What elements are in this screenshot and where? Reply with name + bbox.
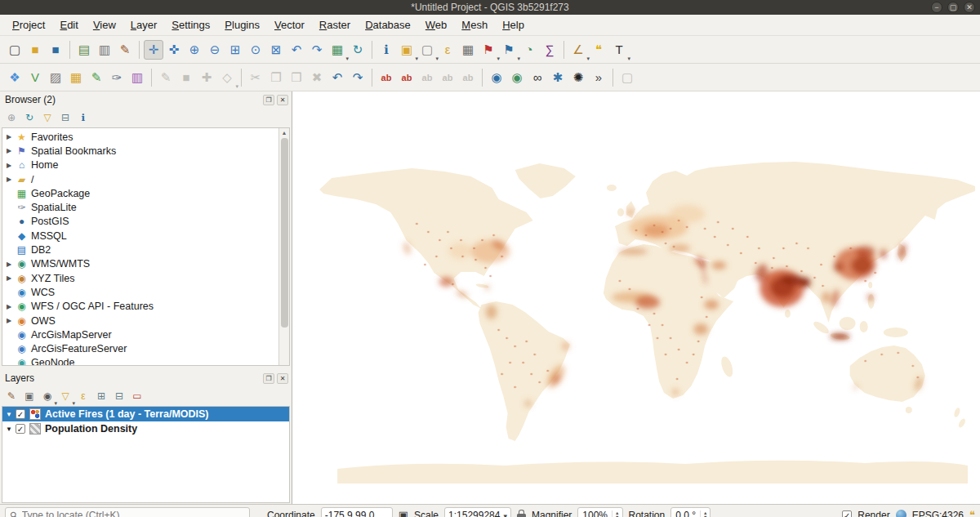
processing-toolbox-button[interactable]: ▢ bbox=[617, 68, 637, 87]
menu-layer[interactable]: Layer bbox=[123, 16, 165, 34]
metasearch-globe-button[interactable]: ◉ bbox=[487, 68, 506, 87]
rotation-spinbox[interactable]: 0.0 ° bbox=[670, 507, 710, 517]
scroll-up-icon[interactable]: ▲ bbox=[282, 128, 287, 137]
layer-diagram-button[interactable]: ab bbox=[397, 68, 416, 87]
manage-map-themes-button[interactable]: ◉▾ bbox=[39, 388, 56, 404]
add-group-button[interactable]: ▣ bbox=[21, 388, 38, 404]
filter-browser-button[interactable]: ▽ bbox=[39, 109, 56, 126]
add-vector-layer-button[interactable]: V bbox=[25, 68, 45, 87]
show-bookmarks-button[interactable]: ⚑▾ bbox=[499, 40, 519, 60]
expand-all-button[interactable]: ⊞ bbox=[93, 388, 109, 404]
select-by-expression-button[interactable]: ε bbox=[438, 40, 457, 60]
identify-features-button[interactable]: ℹ bbox=[376, 40, 396, 60]
pan-map-button[interactable]: ✛ bbox=[144, 40, 163, 60]
messages-icon[interactable] bbox=[969, 509, 975, 517]
expand-arrow-icon[interactable]: ▶ bbox=[2, 162, 16, 169]
layers-close-icon[interactable] bbox=[277, 373, 288, 384]
expand-arrow-icon[interactable]: ▶ bbox=[2, 261, 16, 268]
browser-scrollbar[interactable]: ▲ bbox=[278, 128, 289, 365]
collapse-all-button[interactable]: ⊟ bbox=[57, 109, 74, 126]
zoom-next-button[interactable]: ↷ bbox=[307, 40, 327, 60]
collapse-arrow-icon[interactable]: ▼ bbox=[2, 411, 16, 418]
layer-visibility-checkbox[interactable]: ✓ bbox=[16, 409, 25, 419]
copy-features-button[interactable]: ❐ bbox=[266, 68, 286, 87]
add-feature-button[interactable]: ✚ bbox=[197, 68, 216, 87]
browser-item-mssql[interactable]: ◆MSSQL bbox=[2, 229, 278, 243]
expand-arrow-icon[interactable]: ▶ bbox=[2, 176, 16, 183]
undo-button[interactable]: ↶ bbox=[327, 68, 347, 87]
new-shapefile-layer-button[interactable]: ✎ bbox=[87, 68, 106, 87]
map-tips-button[interactable]: ❝ bbox=[589, 40, 608, 60]
coordinate-input[interactable] bbox=[321, 507, 393, 517]
menu-plugins[interactable]: Plugins bbox=[217, 16, 267, 34]
browser-item-spatial-bookmarks[interactable]: ▶⚑Spatial Bookmarks bbox=[2, 144, 278, 158]
delete-selected-button[interactable]: ✖ bbox=[307, 68, 327, 87]
text-annotation-button[interactable]: T▾ bbox=[609, 40, 629, 60]
menu-raster[interactable]: Raster bbox=[312, 16, 358, 34]
browser-item-geopackage[interactable]: ▦GeoPackage bbox=[2, 186, 278, 200]
redo-button[interactable]: ↷ bbox=[348, 68, 368, 87]
menu-settings[interactable]: Settings bbox=[164, 16, 217, 34]
new-virtual-layer-button[interactable]: ▥ bbox=[127, 68, 147, 87]
browser-item-arcgisfeatureserver[interactable]: ◉ArcGisFeatureServer bbox=[2, 341, 278, 355]
browser-item-wcs[interactable]: ◉WCS bbox=[2, 285, 278, 299]
menu-web[interactable]: Web bbox=[418, 16, 455, 34]
open-project-button[interactable]: ■ bbox=[25, 40, 45, 60]
browser-properties-button[interactable]: ℹ bbox=[75, 109, 91, 126]
remove-layer-button[interactable]: ▭ bbox=[129, 388, 145, 404]
data-source-manager-button[interactable]: ❖ bbox=[5, 68, 24, 87]
layer-row-population-density[interactable]: ▼✓Population Density bbox=[2, 421, 289, 436]
menu-edit[interactable]: Edit bbox=[52, 16, 85, 34]
refresh-map-button[interactable]: ↻ bbox=[348, 40, 368, 60]
zoom-last-button[interactable]: ↶ bbox=[287, 40, 306, 60]
new-spatialite-layer-button[interactable]: ✑ bbox=[107, 68, 127, 87]
browser-item-[interactable]: ▶▰/ bbox=[2, 172, 278, 186]
browser-item-geonode[interactable]: ◉GeoNode bbox=[2, 356, 278, 366]
bug-plugin-button[interactable]: ✺ bbox=[568, 68, 588, 87]
deselect-features-button[interactable]: ▢▾ bbox=[417, 40, 437, 60]
menu-help[interactable]: Help bbox=[495, 16, 532, 34]
maximize-button[interactable]: ▢ bbox=[947, 2, 959, 13]
zoom-full-button[interactable]: ⊞ bbox=[225, 40, 245, 60]
new-geopackage-layer-button[interactable]: ▦ bbox=[66, 68, 86, 87]
menu-view[interactable]: View bbox=[86, 16, 123, 34]
crs-globe-icon[interactable] bbox=[896, 510, 906, 517]
cut-features-button[interactable]: ✂ bbox=[246, 68, 265, 87]
open-layer-styling-button[interactable]: ✎ bbox=[3, 388, 20, 404]
show-layout-manager-button[interactable]: ▥ bbox=[95, 40, 114, 60]
save-edits-button[interactable]: ■ bbox=[176, 68, 196, 87]
pan-to-selection-button[interactable]: ✜ bbox=[164, 40, 184, 60]
expand-arrow-icon[interactable]: ▶ bbox=[2, 147, 16, 154]
statistical-summary-button[interactable]: ∑ bbox=[540, 40, 559, 60]
temporal-controller-button[interactable]: ◔ bbox=[519, 40, 539, 60]
locate-search[interactable] bbox=[5, 507, 250, 517]
new-spatial-bookmark-button[interactable]: ⚑▾ bbox=[479, 40, 498, 60]
select-features-button[interactable]: ▣▾ bbox=[397, 40, 416, 60]
collapse-all-layers-button[interactable]: ⊟ bbox=[111, 388, 127, 404]
title-bar[interactable]: *Untitled Project - QGIS 3b5291f273 −▢✕ bbox=[0, 0, 980, 15]
browser-item-wfs-ogc-api-features[interactable]: ▶◉WFS / OGC API - Features bbox=[2, 300, 278, 314]
add-raster-layer-button[interactable]: ▨ bbox=[46, 68, 65, 87]
close-button[interactable]: ✕ bbox=[964, 2, 975, 13]
layer-labeling-button[interactable]: ab bbox=[376, 68, 396, 87]
refresh-browser-button[interactable]: ↻ bbox=[21, 109, 38, 126]
browser-item-xyz-tiles[interactable]: ▶◉XYZ Tiles bbox=[2, 271, 278, 285]
vertex-tool-button[interactable]: ◇▾ bbox=[217, 68, 237, 87]
save-project-button[interactable]: ■ bbox=[46, 40, 65, 60]
expand-arrow-icon[interactable]: ▶ bbox=[2, 133, 16, 140]
browser-item-favorites[interactable]: ▶★Favorites bbox=[2, 130, 278, 144]
spinner-arrows-icon[interactable] bbox=[612, 510, 621, 517]
menu-mesh[interactable]: Mesh bbox=[454, 16, 495, 34]
chevron-down-icon[interactable] bbox=[503, 510, 507, 517]
zoom-to-selection-button[interactable]: ⊙ bbox=[246, 40, 265, 60]
layers-undock-icon[interactable] bbox=[263, 373, 274, 384]
move-label-button[interactable]: ab bbox=[438, 68, 457, 87]
web-globe-button[interactable]: ◉ bbox=[507, 68, 527, 87]
extent-icon[interactable] bbox=[399, 509, 408, 517]
change-label-button[interactable]: ab bbox=[458, 68, 478, 87]
browser-close-icon[interactable] bbox=[277, 95, 288, 105]
highlight-pinned-labels-button[interactable]: ab bbox=[417, 68, 437, 87]
new-print-layout-button[interactable]: ▤ bbox=[74, 40, 94, 60]
paste-features-button[interactable]: ❒ bbox=[287, 68, 306, 87]
zoom-in-button[interactable]: ⊕ bbox=[185, 40, 204, 60]
